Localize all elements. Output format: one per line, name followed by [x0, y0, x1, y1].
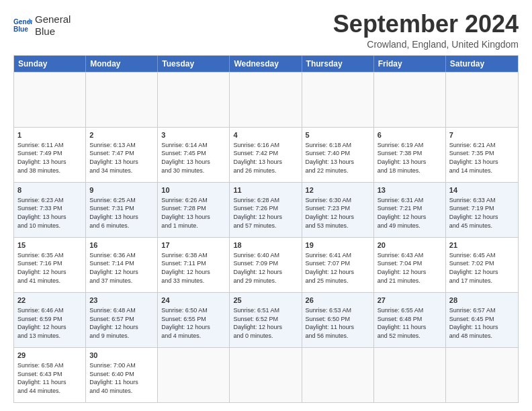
calendar-cell: 9Sunrise: 6:25 AMSunset: 7:31 PMDaylight…	[86, 183, 158, 237]
calendar: SundayMondayTuesdayWednesdayThursdayFrid…	[13, 55, 519, 403]
cell-text: Sunrise: 6:23 AMSunset: 7:33 PMDaylight:…	[17, 197, 66, 229]
calendar-row-2: 8Sunrise: 6:23 AMSunset: 7:33 PMDaylight…	[14, 182, 518, 237]
cell-text: Sunrise: 6:21 AMSunset: 7:35 PMDaylight:…	[449, 142, 498, 174]
calendar-cell: 6Sunrise: 6:19 AMSunset: 7:38 PMDaylight…	[374, 128, 446, 182]
logo-line2: Blue	[35, 26, 71, 38]
calendar-cell	[374, 73, 446, 127]
title-area: September 2024 Crowland, England, United…	[333, 11, 519, 50]
cell-text: Sunrise: 6:48 AMSunset: 6:57 PMDaylight:…	[89, 307, 138, 339]
day-number: 5	[306, 130, 370, 140]
calendar-cell: 13Sunrise: 6:31 AMSunset: 7:21 PMDayligh…	[374, 183, 446, 237]
cell-text: Sunrise: 6:18 AMSunset: 7:40 PMDaylight:…	[306, 142, 355, 174]
calendar-cell	[14, 73, 86, 127]
cell-text: Sunrise: 6:51 AMSunset: 6:52 PMDaylight:…	[233, 307, 282, 339]
day-number: 23	[89, 295, 154, 306]
header-cell-tuesday: Tuesday	[158, 56, 230, 72]
header-cell-thursday: Thursday	[302, 56, 374, 72]
calendar-cell: 15Sunrise: 6:35 AMSunset: 7:16 PMDayligh…	[14, 238, 86, 292]
month-title: September 2024	[333, 11, 519, 38]
logo-line1: General	[35, 13, 71, 26]
cell-text: Sunrise: 6:45 AMSunset: 7:02 PMDaylight:…	[449, 252, 498, 284]
cell-text: Sunrise: 6:38 AMSunset: 7:11 PMDaylight:…	[161, 252, 210, 284]
calendar-cell: 26Sunrise: 6:53 AMSunset: 6:50 PMDayligh…	[302, 293, 374, 347]
calendar-cell: 12Sunrise: 6:30 AMSunset: 7:23 PMDayligh…	[302, 183, 374, 237]
calendar-cell: 21Sunrise: 6:45 AMSunset: 7:02 PMDayligh…	[446, 238, 518, 292]
svg-text:Blue: Blue	[13, 26, 28, 33]
cell-text: Sunrise: 6:26 AMSunset: 7:28 PMDaylight:…	[161, 197, 210, 229]
day-number: 22	[17, 295, 82, 306]
day-number: 2	[89, 130, 154, 140]
calendar-cell: 3Sunrise: 6:14 AMSunset: 7:45 PMDaylight…	[158, 128, 230, 182]
day-number: 8	[17, 185, 82, 195]
cell-text: Sunrise: 6:50 AMSunset: 6:55 PMDaylight:…	[161, 307, 210, 339]
day-number: 10	[161, 185, 226, 195]
calendar-cell	[446, 348, 518, 402]
day-number: 29	[17, 351, 82, 361]
calendar-cell	[86, 73, 158, 127]
calendar-header: SundayMondayTuesdayWednesdayThursdayFrid…	[14, 56, 518, 72]
logo-icon: General Blue	[13, 16, 32, 35]
calendar-cell	[158, 348, 230, 402]
header-cell-friday: Friday	[374, 56, 446, 72]
cell-text: Sunrise: 6:57 AMSunset: 6:45 PMDaylight:…	[449, 307, 498, 339]
cell-text: Sunrise: 6:40 AMSunset: 7:09 PMDaylight:…	[233, 252, 282, 284]
calendar-cell	[302, 348, 374, 402]
header: General Blue General Blue September 2024…	[13, 11, 519, 50]
calendar-cell: 22Sunrise: 6:46 AMSunset: 6:59 PMDayligh…	[14, 293, 86, 347]
cell-text: Sunrise: 6:55 AMSunset: 6:48 PMDaylight:…	[378, 307, 427, 339]
day-number: 6	[378, 130, 442, 140]
calendar-cell: 16Sunrise: 6:36 AMSunset: 7:14 PMDayligh…	[86, 238, 158, 292]
cell-text: Sunrise: 6:30 AMSunset: 7:23 PMDaylight:…	[306, 197, 355, 229]
calendar-cell	[374, 348, 446, 402]
calendar-cell: 30Sunrise: 7:00 AMSunset: 6:40 PMDayligh…	[86, 348, 158, 402]
header-cell-wednesday: Wednesday	[230, 56, 302, 72]
calendar-cell	[158, 73, 230, 127]
calendar-cell: 23Sunrise: 6:48 AMSunset: 6:57 PMDayligh…	[86, 293, 158, 347]
day-number: 14	[449, 185, 515, 195]
cell-text: Sunrise: 6:53 AMSunset: 6:50 PMDaylight:…	[306, 307, 355, 339]
cell-text: Sunrise: 6:19 AMSunset: 7:38 PMDaylight:…	[378, 142, 427, 174]
calendar-cell	[446, 73, 518, 127]
day-number: 15	[17, 240, 82, 250]
calendar-cell: 2Sunrise: 6:13 AMSunset: 7:47 PMDaylight…	[86, 128, 158, 182]
day-number: 16	[89, 240, 154, 250]
cell-text: Sunrise: 7:00 AMSunset: 6:40 PMDaylight:…	[89, 362, 138, 394]
page: General Blue General Blue September 2024…	[0, 0, 532, 411]
calendar-cell: 7Sunrise: 6:21 AMSunset: 7:35 PMDaylight…	[446, 128, 518, 182]
calendar-cell: 27Sunrise: 6:55 AMSunset: 6:48 PMDayligh…	[374, 293, 446, 347]
cell-text: Sunrise: 6:46 AMSunset: 6:59 PMDaylight:…	[17, 307, 66, 339]
day-number: 1	[17, 130, 82, 140]
day-number: 4	[233, 130, 298, 140]
cell-text: Sunrise: 6:36 AMSunset: 7:14 PMDaylight:…	[89, 252, 138, 284]
logo-text: General Blue	[35, 13, 71, 38]
calendar-cell	[230, 73, 302, 127]
cell-text: Sunrise: 6:33 AMSunset: 7:19 PMDaylight:…	[449, 197, 498, 229]
calendar-cell: 10Sunrise: 6:26 AMSunset: 7:28 PMDayligh…	[158, 183, 230, 237]
cell-text: Sunrise: 6:25 AMSunset: 7:31 PMDaylight:…	[89, 197, 138, 229]
cell-text: Sunrise: 6:58 AMSunset: 6:43 PMDaylight:…	[17, 362, 66, 394]
cell-text: Sunrise: 6:41 AMSunset: 7:07 PMDaylight:…	[306, 252, 355, 284]
day-number: 26	[306, 295, 370, 306]
calendar-cell	[302, 73, 374, 127]
calendar-cell: 20Sunrise: 6:43 AMSunset: 7:04 PMDayligh…	[374, 238, 446, 292]
calendar-row-1: 1Sunrise: 6:11 AMSunset: 7:49 PMDaylight…	[14, 127, 518, 182]
calendar-cell: 29Sunrise: 6:58 AMSunset: 6:43 PMDayligh…	[14, 348, 86, 402]
day-number: 3	[161, 130, 226, 140]
calendar-cell: 18Sunrise: 6:40 AMSunset: 7:09 PMDayligh…	[230, 238, 302, 292]
calendar-cell: 4Sunrise: 6:16 AMSunset: 7:42 PMDaylight…	[230, 128, 302, 182]
cell-text: Sunrise: 6:35 AMSunset: 7:16 PMDaylight:…	[17, 252, 66, 284]
calendar-cell	[230, 348, 302, 402]
cell-text: Sunrise: 6:43 AMSunset: 7:04 PMDaylight:…	[378, 252, 427, 284]
day-number: 27	[378, 295, 442, 306]
day-number: 28	[449, 295, 515, 306]
day-number: 20	[378, 240, 442, 250]
day-number: 24	[161, 295, 226, 306]
calendar-cell: 8Sunrise: 6:23 AMSunset: 7:33 PMDaylight…	[14, 183, 86, 237]
calendar-cell: 28Sunrise: 6:57 AMSunset: 6:45 PMDayligh…	[446, 293, 518, 347]
header-cell-saturday: Saturday	[446, 56, 518, 72]
calendar-cell: 25Sunrise: 6:51 AMSunset: 6:52 PMDayligh…	[230, 293, 302, 347]
cell-text: Sunrise: 6:13 AMSunset: 7:47 PMDaylight:…	[89, 142, 138, 174]
day-number: 11	[233, 185, 298, 195]
logo: General Blue General Blue	[13, 13, 71, 38]
header-cell-monday: Monday	[86, 56, 158, 72]
